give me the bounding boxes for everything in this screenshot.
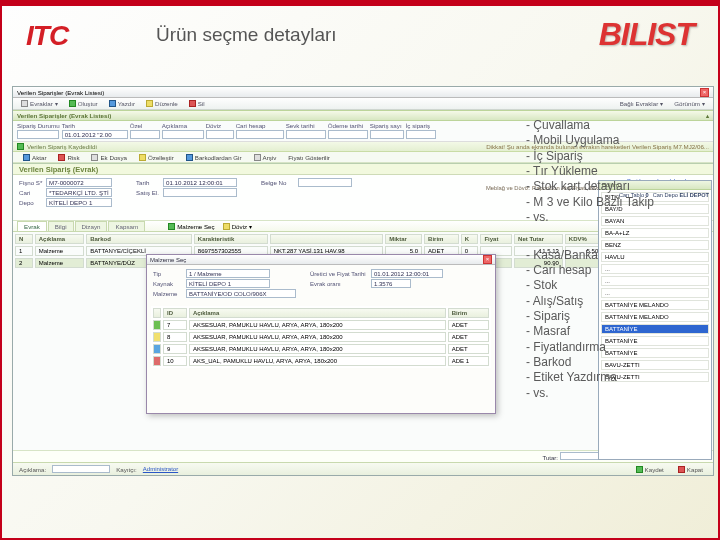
- risk-icon: [58, 154, 65, 161]
- field-label: Satış El.: [136, 189, 160, 196]
- feature-item: - M 3 ve Kilo Bazlı Takip: [526, 195, 710, 210]
- risk-button[interactable]: Risk: [54, 153, 83, 162]
- ship-date-filter[interactable]: [286, 130, 326, 139]
- yazdir-button[interactable]: Yazdır: [105, 99, 139, 108]
- col-header[interactable]: Karakteristik: [194, 234, 268, 244]
- filter-label: Sipariş Durumu: [17, 122, 60, 129]
- internal-filter[interactable]: [406, 130, 436, 139]
- status-filter[interactable]: [17, 130, 59, 139]
- customize-icon: [139, 154, 146, 161]
- titlebar: Verilen Siparişler (Evrak Listesi) ×: [13, 87, 713, 98]
- duzenle-button[interactable]: Düzenle: [142, 99, 182, 108]
- delete-icon: [189, 100, 196, 107]
- page-title: Ürün seçme detayları: [156, 24, 337, 46]
- feature-item: - Fiyatlandırma: [526, 340, 710, 355]
- malzeme-sec-button[interactable]: Malzeme Seç: [164, 222, 218, 231]
- print-icon: [109, 100, 116, 107]
- feature-item: - Sipariş: [526, 309, 710, 324]
- status-label: Kayıtçı:: [116, 466, 137, 473]
- field-label: Tarih: [136, 179, 160, 186]
- col-header[interactable]: Barkod: [86, 234, 192, 244]
- feature-item: - Mobil Uygulama: [526, 133, 710, 148]
- olustur-button[interactable]: Oluştur: [65, 99, 102, 108]
- tab-bilgi[interactable]: Bilgi: [48, 221, 74, 231]
- feature-item: - Stok: [526, 278, 710, 293]
- field-label: Tip: [153, 271, 183, 277]
- field-label: Cari: [19, 189, 43, 196]
- malzeme-input[interactable]: BATTANİYE/OD COLO/906X: [186, 289, 296, 298]
- price-toggle[interactable]: Fiyatı Gösterilir: [284, 153, 334, 162]
- archive-icon: [254, 154, 261, 161]
- admin-link[interactable]: Administrator: [143, 466, 178, 472]
- tab-evrak[interactable]: Evrak: [17, 221, 47, 231]
- doc-icon: [21, 100, 28, 107]
- barcode-entry-button[interactable]: Barkodlardan Gir: [182, 153, 246, 162]
- filter-label: Sipariş sayı: [370, 122, 404, 129]
- col-header[interactable]: Açıklama: [35, 234, 84, 244]
- check-icon: [17, 143, 24, 150]
- table-row[interactable]: 7AKSESUAR, PAMUKLU HAVLU, ARYA, ARYA, 18…: [153, 320, 489, 330]
- uretici-input[interactable]: 01.01.2012 12:00:01: [371, 269, 443, 278]
- main-toolbar: Evraklar ▾ Oluştur Yazdır Düzenle Sil Ba…: [13, 98, 713, 110]
- close-icon: [678, 466, 685, 473]
- filter-label: Özel: [130, 122, 160, 129]
- save-icon: [636, 466, 643, 473]
- table-row[interactable]: 9AKSESUAR, PAMUKLU HAVLU, ARYA, ARYA, 18…: [153, 344, 489, 354]
- tarih-input[interactable]: 01.10.2012 12:00:01: [163, 178, 237, 187]
- col-header[interactable]: [270, 234, 383, 244]
- belgeno-input[interactable]: [298, 178, 352, 187]
- date-filter[interactable]: 01.01.2012 "2.00: [62, 130, 128, 139]
- kaynak-input[interactable]: KİTELİ DEPO 1: [186, 279, 270, 288]
- attach-icon: [91, 154, 98, 161]
- feature-item: - Çuvallama: [526, 118, 710, 133]
- desc-filter[interactable]: [162, 130, 204, 139]
- currency-filter[interactable]: [206, 130, 234, 139]
- tab-kapsam[interactable]: Kapsam: [108, 221, 145, 231]
- feature-overlay: - Çuvallama- Mobil Uygulama- İç Sipariş-…: [526, 118, 710, 401]
- satisel-input[interactable]: [163, 188, 237, 197]
- table-row[interactable]: 8AKSESUAR, PAMUKLU HAVLU, ARYA, ARYA, 18…: [153, 332, 489, 342]
- doviz-button[interactable]: Döviz ▾: [219, 222, 256, 231]
- malzeme-sec-dialog: Malzeme Seç × Tip1 / Malzeme KaynakKİTEL…: [146, 254, 496, 414]
- feature-item: - vs.: [526, 210, 710, 225]
- bilist-logo: BILIST: [599, 16, 694, 53]
- evraklar-button[interactable]: Evraklar ▾: [17, 99, 62, 108]
- count-filter[interactable]: [370, 130, 404, 139]
- bagli-evraklar-button[interactable]: Bağlı Evraklar ▾: [616, 99, 668, 108]
- status-desc-input[interactable]: [52, 465, 110, 473]
- aktar-button[interactable]: Aktar: [19, 153, 50, 162]
- fisno-input[interactable]: M7-0000072: [46, 178, 112, 187]
- close-icon[interactable]: ×: [700, 88, 709, 97]
- new-icon: [69, 100, 76, 107]
- col-header[interactable]: Birim: [424, 234, 459, 244]
- pay-date-filter[interactable]: [328, 130, 368, 139]
- feature-item: - Barkod: [526, 355, 710, 370]
- cari-input[interactable]: *TEDARKÇİ LTD. ŞTİ: [46, 188, 112, 197]
- save-button[interactable]: Kaydet: [632, 465, 668, 474]
- tip-input[interactable]: 1 / Malzeme: [186, 269, 270, 278]
- sil-button[interactable]: Sil: [185, 99, 209, 108]
- feature-item: - Alış/Satış: [526, 294, 710, 309]
- tab-dizayn[interactable]: Dizayn: [75, 221, 108, 231]
- col-header[interactable]: K: [461, 234, 479, 244]
- window-title: Verilen Siparişler (Evrak Listesi): [17, 89, 104, 96]
- ozel-filter[interactable]: [130, 130, 160, 139]
- col-header[interactable]: N: [15, 234, 33, 244]
- pick-icon: [168, 223, 175, 230]
- col-header[interactable]: Fiyat: [480, 234, 512, 244]
- gorunum-button[interactable]: Görünüm ▾: [670, 99, 709, 108]
- filter-label: Cari hesap: [236, 122, 284, 129]
- col-header[interactable]: Miktar: [385, 234, 422, 244]
- depo-input[interactable]: KİTELİ DEPO 1: [46, 198, 112, 207]
- close-button[interactable]: Kapat: [674, 465, 707, 474]
- feature-item: - Tır Yükleme: [526, 164, 710, 179]
- feature-item: - Etiket Yazdırma: [526, 370, 710, 385]
- table-row[interactable]: 10AKS_UAL, PAMUKLU HAVLU, ARYA, ARYA, 18…: [153, 356, 489, 366]
- field-label: Üretici ve Fiyat Tarihi: [310, 271, 368, 277]
- customize-button[interactable]: Özelleştir: [135, 153, 178, 162]
- account-filter[interactable]: [236, 130, 284, 139]
- evrak-input[interactable]: 1.3576: [371, 279, 411, 288]
- archive-button[interactable]: Arşiv: [250, 153, 281, 162]
- attach-button[interactable]: Ek Dosya: [87, 153, 130, 162]
- dialog-close-icon[interactable]: ×: [483, 255, 492, 264]
